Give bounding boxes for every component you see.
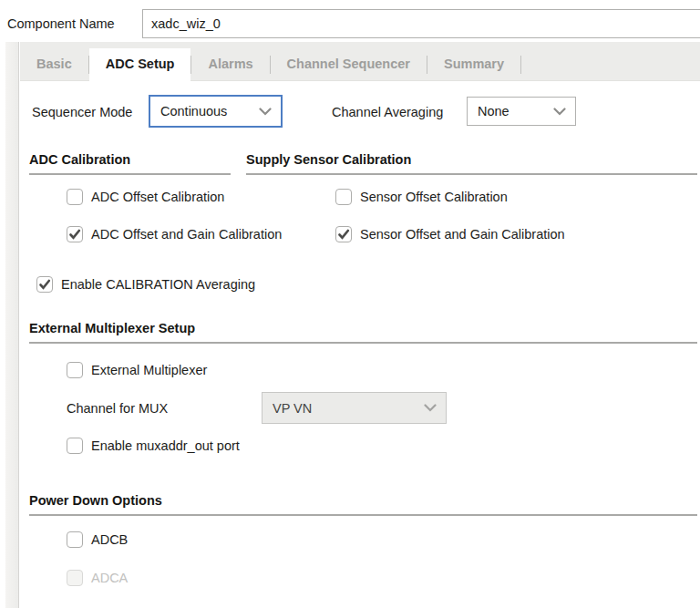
checkbox-adc-offset-gain-calibration[interactable]: ADC Offset and Gain Calibration: [67, 226, 282, 242]
tab-adc-setup[interactable]: ADC Setup: [89, 48, 191, 81]
checkbox-sensor-offset-calibration[interactable]: Sensor Offset Calibration: [335, 189, 508, 205]
external-multiplexer-setup-header: External Multiplexer Setup: [29, 321, 697, 344]
checkbox-adcb[interactable]: ADCB: [67, 531, 128, 548]
tab-alarms[interactable]: Alarms: [191, 48, 269, 80]
component-name-label: Component Name: [7, 16, 115, 31]
checkbox-checked-icon[interactable]: [67, 226, 83, 242]
checkbox-unchecked-icon[interactable]: [67, 189, 83, 205]
chevron-down-icon: [259, 108, 272, 116]
component-name-input[interactable]: [142, 9, 700, 38]
checkbox-adca: ADCA: [67, 570, 128, 586]
sequencer-mode-value: Continuous: [160, 104, 227, 119]
left-gutter: [5, 42, 19, 608]
checkbox-adc-offset-calibration[interactable]: ADC Offset Calibration: [67, 189, 224, 205]
checkbox-checked-icon[interactable]: [36, 276, 53, 293]
tab-channel-sequencer[interactable]: Channel Sequencer: [271, 48, 427, 80]
chevron-down-icon: [553, 108, 566, 116]
power-down-options-header: Power Down Options: [29, 493, 697, 516]
channel-for-mux-value: VP VN: [273, 401, 312, 416]
checkbox-unchecked-icon[interactable]: [67, 362, 83, 378]
channel-for-mux-label: Channel for MUX: [67, 401, 168, 416]
sequencer-mode-dropdown[interactable]: Continuous: [149, 95, 283, 128]
checkbox-unchecked-icon[interactable]: [67, 438, 83, 454]
checkbox-sensor-offset-gain-calibration[interactable]: Sensor Offset and Gain Calibration: [335, 226, 565, 242]
checkbox-enable-calibration-averaging[interactable]: Enable CALIBRATION Averaging: [36, 276, 255, 293]
tab-bar: Basic ADC Setup Alarms Channel Sequencer…: [20, 42, 700, 81]
tab-panel: Basic ADC Setup Alarms Channel Sequencer…: [20, 42, 700, 608]
channel-averaging-label: Channel Averaging: [332, 105, 443, 119]
adc-calibration-header: ADC Calibration: [29, 152, 231, 175]
channel-averaging-value: None: [478, 104, 510, 119]
tab-basic[interactable]: Basic: [20, 48, 88, 80]
channel-for-mux-dropdown: VP VN: [262, 392, 447, 424]
sequencer-mode-label: Sequencer Mode: [32, 105, 132, 119]
channel-averaging-dropdown[interactable]: None: [467, 97, 576, 126]
checkbox-checked-icon[interactable]: [335, 226, 352, 242]
checkbox-enable-muxaddr-out-port[interactable]: Enable muxaddr_out port: [67, 438, 240, 454]
tab-separator: [520, 56, 521, 74]
supply-sensor-calibration-header: Supply Sensor Calibration: [246, 152, 697, 175]
tab-summary[interactable]: Summary: [427, 48, 520, 80]
checkbox-disabled-icon: [67, 570, 83, 586]
xadc-wizard-dialog: Component Name Basic ADC Setup Alarms Ch…: [0, 0, 700, 608]
checkbox-external-multiplexer[interactable]: External Multiplexer: [67, 362, 207, 378]
chevron-down-icon: [424, 404, 437, 412]
adc-setup-content: Sequencer Mode Continuous Channel Averag…: [20, 81, 700, 607]
checkbox-unchecked-icon[interactable]: [335, 189, 352, 205]
checkbox-unchecked-icon[interactable]: [67, 531, 83, 548]
